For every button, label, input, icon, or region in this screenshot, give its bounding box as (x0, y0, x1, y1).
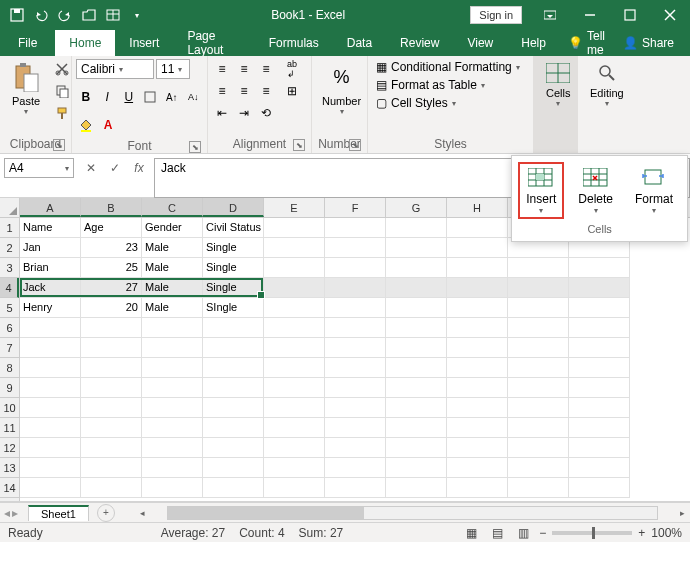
delete-cells-button[interactable]: Delete ▾ (570, 162, 621, 219)
row-header-3[interactable]: 3 (0, 258, 19, 278)
save-icon[interactable] (6, 4, 28, 26)
cell[interactable] (325, 458, 386, 478)
align-top-button[interactable]: ≡ (212, 59, 232, 79)
cell[interactable] (508, 298, 569, 318)
cell[interactable] (81, 478, 142, 498)
row-header-6[interactable]: 6 (0, 318, 19, 338)
cell[interactable] (447, 358, 508, 378)
cell[interactable] (569, 418, 630, 438)
row-header-7[interactable]: 7 (0, 338, 19, 358)
zoom-out-button[interactable]: − (539, 526, 546, 540)
cell[interactable]: Single (203, 238, 264, 258)
cell[interactable]: SIngle (203, 298, 264, 318)
redo-icon[interactable] (54, 4, 76, 26)
row-header-13[interactable]: 13 (0, 458, 19, 478)
signin-button[interactable]: Sign in (470, 6, 522, 24)
cell[interactable] (20, 358, 81, 378)
cell[interactable] (325, 358, 386, 378)
cell[interactable] (203, 458, 264, 478)
tab-data[interactable]: Data (333, 30, 386, 56)
font-launcher[interactable]: ⬊ (189, 141, 201, 153)
tab-review[interactable]: Review (386, 30, 453, 56)
cell[interactable] (386, 278, 447, 298)
bold-button[interactable]: B (76, 87, 96, 107)
cell[interactable] (325, 338, 386, 358)
cell[interactable] (508, 418, 569, 438)
cell[interactable] (142, 358, 203, 378)
folder-icon[interactable] (78, 4, 100, 26)
orientation-button[interactable]: ⟲ (256, 103, 276, 123)
sheet-tab-1[interactable]: Sheet1 (28, 505, 89, 521)
cancel-formula-button[interactable]: ✕ (80, 158, 102, 178)
cell[interactable] (325, 478, 386, 498)
cell[interactable] (386, 438, 447, 458)
cell[interactable] (142, 458, 203, 478)
cell[interactable] (569, 378, 630, 398)
cell[interactable] (508, 378, 569, 398)
tab-view[interactable]: View (453, 30, 507, 56)
cell[interactable] (569, 478, 630, 498)
cell[interactable] (264, 258, 325, 278)
cells-button[interactable]: Cells ▾ (538, 59, 578, 112)
tab-help[interactable]: Help (507, 30, 560, 56)
font-size-combo[interactable]: 11▾ (156, 59, 190, 79)
cell[interactable] (508, 358, 569, 378)
wrap-text-button[interactable]: ab↲ (280, 59, 304, 79)
cell[interactable] (264, 378, 325, 398)
font-name-combo[interactable]: Calibri▾ (76, 59, 154, 79)
cell[interactable] (81, 378, 142, 398)
conditional-formatting-button[interactable]: ▦Conditional Formatting▾ (372, 59, 524, 75)
cell[interactable] (569, 318, 630, 338)
new-sheet-button[interactable]: + (97, 504, 115, 522)
ribbon-options-icon[interactable] (530, 0, 570, 30)
font-color-button[interactable]: A (98, 115, 118, 135)
row-header-11[interactable]: 11 (0, 418, 19, 438)
zoom-in-button[interactable]: + (638, 526, 645, 540)
cell[interactable] (325, 218, 386, 238)
cell[interactable] (20, 478, 81, 498)
enter-formula-button[interactable]: ✓ (104, 158, 126, 178)
cell[interactable] (203, 318, 264, 338)
cell[interactable] (142, 378, 203, 398)
align-middle-button[interactable]: ≡ (234, 59, 254, 79)
cell[interactable] (203, 438, 264, 458)
cell[interactable] (142, 478, 203, 498)
cell[interactable] (447, 278, 508, 298)
cell[interactable] (386, 338, 447, 358)
cell[interactable] (142, 398, 203, 418)
alignment-launcher[interactable]: ⬊ (293, 139, 305, 151)
cell[interactable]: 20 (81, 298, 142, 318)
cell[interactable] (447, 258, 508, 278)
name-box[interactable]: A4▾ (4, 158, 74, 178)
align-right-button[interactable]: ≡ (256, 81, 276, 101)
row-header-14[interactable]: 14 (0, 478, 19, 498)
decrease-indent-button[interactable]: ⇤ (212, 103, 232, 123)
cell[interactable]: Male (142, 258, 203, 278)
zoom-slider[interactable] (552, 531, 632, 535)
row-header-4[interactable]: 4 (0, 278, 19, 298)
sheet-prev-icon[interactable]: ◂ (4, 506, 10, 520)
cell[interactable]: Male (142, 278, 203, 298)
cell[interactable] (447, 478, 508, 498)
cell[interactable] (203, 398, 264, 418)
cell[interactable] (81, 418, 142, 438)
cell[interactable] (569, 298, 630, 318)
number-format-button[interactable]: % Number ▾ (316, 59, 367, 118)
cell[interactable] (81, 458, 142, 478)
cell[interactable] (569, 278, 630, 298)
align-bottom-button[interactable]: ≡ (256, 59, 276, 79)
sheet-next-icon[interactable]: ▸ (12, 506, 18, 520)
cell[interactable] (325, 278, 386, 298)
cell[interactable] (447, 418, 508, 438)
cell[interactable]: Brian (20, 258, 81, 278)
cell[interactable] (508, 438, 569, 458)
increase-indent-button[interactable]: ⇥ (234, 103, 254, 123)
cell[interactable] (386, 258, 447, 278)
cell[interactable] (325, 418, 386, 438)
cell[interactable] (569, 338, 630, 358)
select-all-button[interactable] (0, 198, 20, 218)
minimize-button[interactable] (570, 0, 610, 30)
hscroll-track[interactable] (167, 506, 658, 520)
cell[interactable] (264, 478, 325, 498)
row-header-1[interactable]: 1 (0, 218, 19, 238)
